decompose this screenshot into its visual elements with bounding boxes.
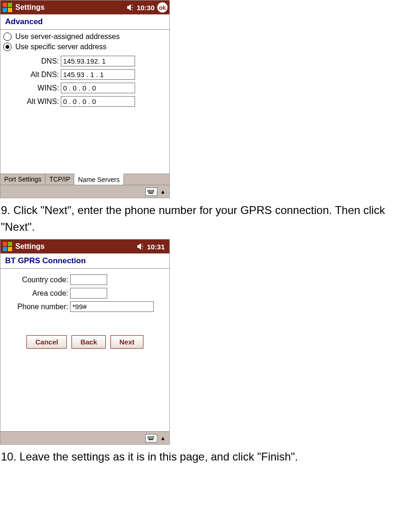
svg-rect-26	[149, 438, 150, 439]
svg-rect-2	[3, 8, 7, 12]
section-header: Advanced	[0, 14, 169, 30]
svg-rect-18	[3, 247, 7, 251]
sound-icon[interactable]	[137, 243, 145, 250]
country-label: Country code:	[3, 274, 68, 285]
ok-button[interactable]: ok	[157, 2, 168, 13]
instruction-step-10: 10. Leave the settings as it is in this …	[0, 445, 400, 469]
next-button[interactable]: Next	[110, 335, 143, 349]
svg-rect-5	[148, 190, 148, 191]
svg-rect-3	[8, 8, 12, 12]
instruction-step-9: 9. Click "Next", enter the phone number …	[0, 198, 400, 239]
app-title: Settings	[15, 242, 137, 251]
radio-specific-server[interactable]: Use specific server address	[3, 42, 167, 52]
altdns-input[interactable]	[61, 69, 135, 80]
radio-server-assigned[interactable]: Use server-assigned addresses	[3, 32, 167, 42]
titlebar: Settings 10:31	[0, 240, 169, 253]
dns-input[interactable]	[61, 56, 135, 66]
tab-bar: Port Settings TCP/IP Name Servers	[0, 174, 169, 185]
radio-icon-checked	[3, 43, 12, 51]
wins-input[interactable]	[61, 83, 135, 93]
sound-icon[interactable]	[127, 4, 135, 11]
keyboard-icon[interactable]	[145, 188, 157, 196]
up-arrow-icon[interactable]: ▲	[158, 188, 168, 195]
svg-rect-14	[153, 191, 154, 192]
svg-rect-24	[153, 436, 154, 437]
svg-rect-28	[152, 438, 153, 439]
device-screenshot-2: Settings 10:31 BT GPRS Connection Countr…	[0, 239, 170, 445]
svg-rect-10	[148, 191, 148, 192]
bottom-bar: ▲	[0, 431, 169, 444]
svg-rect-29	[153, 438, 154, 439]
svg-rect-11	[149, 191, 150, 192]
tab-name-servers[interactable]: Name Servers	[74, 174, 123, 185]
altdns-label: Alt DNS:	[3, 69, 59, 80]
svg-rect-7	[150, 190, 151, 191]
svg-rect-6	[149, 190, 150, 191]
svg-rect-19	[8, 247, 12, 251]
radio-label: Use specific server address	[15, 43, 107, 51]
tab-port-settings[interactable]: Port Settings	[0, 174, 45, 185]
clock-time: 10:31	[147, 243, 165, 251]
altwins-label: Alt WINS:	[3, 96, 59, 107]
svg-rect-21	[149, 436, 150, 437]
keyboard-icon[interactable]	[145, 434, 157, 442]
device-screenshot-1: Settings 10:30 ok Advanced Use server-as…	[0, 0, 170, 198]
radio-icon	[3, 32, 12, 41]
area-label: Area code:	[3, 288, 68, 298]
content-area: Country code: Area code: Phone number: C…	[0, 269, 169, 431]
svg-rect-22	[150, 436, 151, 437]
svg-rect-23	[152, 436, 153, 437]
back-button[interactable]: Back	[71, 335, 106, 349]
tab-tcpip[interactable]: TCP/IP	[45, 174, 74, 185]
cancel-button[interactable]: Cancel	[26, 335, 67, 349]
svg-rect-15	[148, 193, 153, 194]
app-title: Settings	[15, 3, 127, 12]
windows-logo-icon	[2, 241, 13, 252]
content-area: Use server-assigned addresses Use specif…	[0, 30, 169, 174]
svg-rect-16	[3, 242, 7, 246]
windows-logo-icon	[2, 2, 13, 13]
country-input[interactable]	[70, 274, 107, 285]
section-header: BT GPRS Connection	[0, 253, 169, 269]
svg-rect-25	[148, 438, 148, 439]
radio-label: Use server-assigned addresses	[15, 32, 120, 41]
area-input[interactable]	[70, 288, 107, 298]
svg-rect-9	[153, 190, 154, 191]
clock-time: 10:30	[137, 4, 155, 12]
phone-label: Phone number:	[3, 301, 68, 312]
wins-label: WINS:	[3, 83, 59, 93]
svg-rect-1	[8, 3, 12, 7]
titlebar: Settings 10:30 ok	[0, 0, 169, 14]
button-row: Cancel Back Next	[3, 335, 167, 349]
bottom-bar: ▲	[0, 185, 169, 198]
dns-label: DNS:	[3, 56, 59, 66]
svg-rect-12	[150, 191, 151, 192]
svg-rect-13	[152, 191, 153, 192]
svg-rect-30	[148, 439, 153, 440]
field-grid: DNS: Alt DNS: WINS: Alt WINS:	[3, 56, 167, 107]
altwins-input[interactable]	[61, 96, 135, 107]
field-grid: Country code: Area code: Phone number:	[3, 274, 167, 312]
svg-rect-27	[150, 438, 151, 439]
phone-input[interactable]	[70, 301, 154, 312]
up-arrow-icon[interactable]: ▲	[158, 435, 168, 441]
svg-rect-17	[8, 242, 12, 246]
svg-rect-8	[152, 190, 153, 191]
svg-rect-0	[3, 3, 7, 7]
svg-rect-20	[148, 436, 148, 437]
